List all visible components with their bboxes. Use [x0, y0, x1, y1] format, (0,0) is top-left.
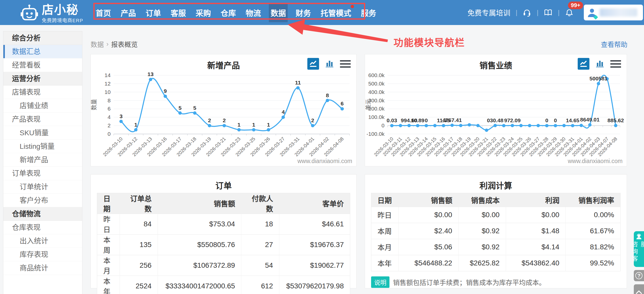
table-cell: 本年: [97, 276, 120, 294]
headset-icon[interactable]: [523, 8, 531, 17]
nav-item-采购[interactable]: 采购: [194, 3, 213, 22]
sidebar-item-库存表现[interactable]: 库存表现: [3, 248, 82, 261]
table-row: 本月$5.06$0.92$4.1481.82%: [371, 239, 621, 255]
breadcrumb-page: 报表概览: [111, 39, 138, 49]
nav-item-客服[interactable]: 客服: [169, 3, 188, 22]
topbar-right: 免费专属培训 | | | 99+: [468, 0, 643, 25]
nav-item-订单[interactable]: 订单: [144, 3, 163, 22]
line-chart-icon[interactable]: [578, 58, 589, 70]
table-row: 昨日84$753.0418$46.61: [97, 214, 350, 235]
username-blurred: [600, 8, 637, 17]
app-logo[interactable]: 店小秘 免费跨境电商ERP: [20, 3, 83, 23]
help-button[interactable]: ?: [634, 270, 644, 281]
sales-performance-chart-canvas[interactable]: -100.0k0100.0k200.0k300.0k400.0k500.0k60…: [365, 69, 627, 159]
svg-text:8: 8: [108, 97, 111, 103]
column-header: 订单总数: [120, 193, 158, 214]
table-cell: 0.00%: [566, 207, 621, 223]
sidebar-item-Listing销量[interactable]: Listing销量: [3, 140, 82, 153]
card-header: 订单: [91, 175, 356, 189]
table-cell: 54: [241, 255, 279, 276]
sidebar-item-订单统计[interactable]: 订单统计: [3, 180, 82, 194]
sidebar-item-新增产品[interactable]: 新增产品: [3, 153, 82, 167]
svg-text:1: 1: [267, 122, 270, 128]
chart-menu-icon[interactable]: [340, 58, 351, 70]
watermark: www.dianxiaomi.com: [568, 158, 623, 165]
breadcrumb-section[interactable]: 数据: [91, 39, 104, 49]
sidebar-item-仓库表现[interactable]: 仓库表现: [3, 221, 82, 234]
breadcrumb-separator: ›: [106, 40, 109, 48]
card-header: 销售业绩: [365, 54, 627, 69]
table-cell: $19062.77: [279, 255, 350, 276]
user-account[interactable]: [584, 5, 643, 20]
bar-chart-icon[interactable]: [324, 58, 335, 70]
sidebar-item-产品表现[interactable]: 产品表现: [3, 113, 82, 126]
column-header: 利润: [506, 193, 565, 207]
svg-text:2: 2: [311, 117, 314, 123]
svg-text:3: 3: [120, 113, 123, 119]
sidebar-item-经营看板[interactable]: 经营看板: [3, 58, 82, 72]
table-cell: $19676.37: [279, 235, 350, 255]
table-cell: 61.67%: [566, 223, 621, 239]
docs-book-icon[interactable]: [544, 8, 552, 17]
table-cell: 612: [241, 276, 279, 294]
sidebar-item-客户分布[interactable]: 客户分布: [3, 194, 82, 207]
table-title: 利润计算: [365, 179, 627, 191]
view-help-link[interactable]: 查看帮助: [601, 39, 627, 49]
nav-item-托管模式[interactable]: 托管模式: [319, 3, 353, 22]
header-row: 日期销售额销售成本利润销售利润率: [371, 193, 621, 207]
new-products-chart-canvas[interactable]: 024681012142026-03-102026-03-122026-03-1…: [91, 69, 356, 159]
sidebar-item-数据汇总[interactable]: 数据汇总: [3, 45, 82, 58]
chart-menu-icon[interactable]: [610, 58, 621, 70]
question-icon: ?: [635, 272, 642, 279]
nav-item-产品[interactable]: 产品: [119, 3, 138, 22]
robot-logo-icon: [20, 4, 38, 22]
sidebar-item-订单表现[interactable]: 订单表现: [3, 167, 82, 180]
nav-item-物流[interactable]: 物流: [244, 3, 263, 22]
nav-item-服务[interactable]: 服务: [359, 3, 378, 22]
svg-text:6: 6: [108, 106, 111, 112]
table-cell: $753.04: [158, 214, 241, 235]
logo-text: 店小秘 免费跨境电商ERP: [42, 3, 83, 23]
logo-title: 店小秘: [42, 3, 83, 16]
table-cell: 2524: [120, 276, 158, 294]
table-cell: $33334001472000.65: [158, 276, 241, 294]
sidebar-item-出入统计[interactable]: 出入统计: [3, 234, 82, 248]
svg-text:10: 10: [105, 89, 111, 95]
table-cell: $550805.76: [158, 235, 241, 255]
watermark: www.dianxiaomi.com: [297, 158, 352, 165]
sidebar-section-综合分析: 综合分析: [3, 31, 82, 45]
svg-text:0: 0: [554, 117, 557, 123]
svg-text:0.03: 0.03: [387, 117, 397, 123]
svg-text:13: 13: [147, 71, 154, 77]
profit-table: 日期销售额销售成本利润销售利润率昨日$0.00$0.00$0.000.00%本周…: [371, 193, 621, 271]
nav-item-首页[interactable]: 首页: [94, 3, 113, 22]
chart-toolbar: [578, 58, 621, 70]
sidebar-item-店铺表现[interactable]: 店铺表现: [3, 85, 82, 99]
separator: |: [537, 9, 538, 17]
sidebar-item-SKU销量[interactable]: SKU销量: [3, 126, 82, 140]
bar-chart-icon[interactable]: [595, 58, 605, 70]
table-cell: 81.82%: [566, 239, 621, 255]
table-cell: $0.00: [399, 207, 458, 223]
notification-badge: 99+: [568, 2, 583, 9]
column-header: 销售额: [399, 193, 458, 207]
svg-text:4: 4: [108, 114, 111, 120]
nav-item-财务[interactable]: 财务: [294, 3, 313, 22]
consult-service-button[interactable]: 咨询客服: [634, 231, 644, 267]
nav-item-数据[interactable]: 数据: [269, 3, 288, 22]
table-cell: 本周: [97, 235, 120, 255]
table-cell: 27: [241, 235, 279, 255]
nav-item-仓库[interactable]: 仓库: [219, 3, 238, 22]
sidebar-item-店铺业绩[interactable]: 店铺业绩: [3, 99, 82, 113]
svg-text:11: 11: [295, 80, 301, 85]
training-link[interactable]: 免费专属培训: [468, 7, 510, 18]
chevron-up-icon: [636, 290, 642, 294]
svg-text:数量: 数量: [91, 99, 97, 110]
sidebar-item-商品统计[interactable]: 商品统计: [3, 261, 82, 275]
notifications[interactable]: 99+: [565, 8, 574, 17]
back-to-top-button[interactable]: [634, 284, 644, 294]
line-chart-icon[interactable]: [307, 58, 319, 70]
column-header: 销售成本: [458, 193, 506, 207]
table-cell: $546488.22: [399, 255, 458, 271]
table-cell: $0.92: [458, 239, 506, 255]
